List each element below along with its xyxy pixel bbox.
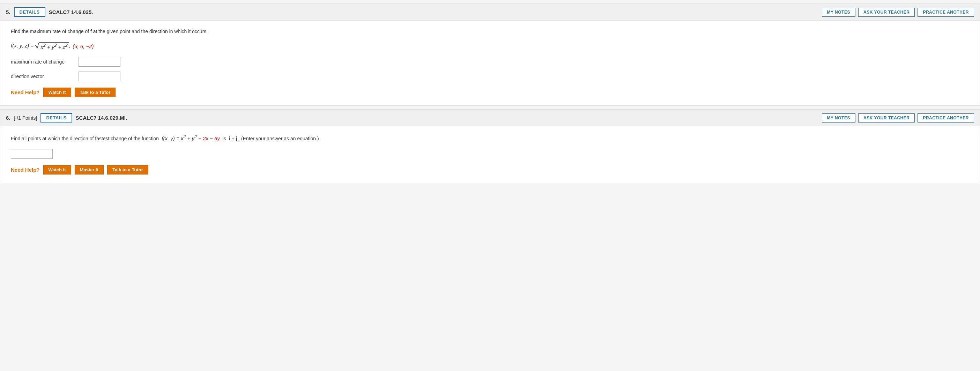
q5-max-rate-input[interactable] xyxy=(78,57,120,67)
q5-formula: f(x, y, z) = √x2 + y2 + z2 , xyxy=(11,41,70,51)
question-6-body: Find all points at which the direction o… xyxy=(0,126,980,183)
q6-my-notes-button[interactable]: MY NOTES xyxy=(822,113,855,123)
q5-code: SCALC7 14.6.025. xyxy=(49,9,93,15)
q5-details-button[interactable]: DETAILS xyxy=(14,7,45,17)
q5-formula-block: f(x, y, z) = √x2 + y2 + z2 , (3, 6, −2) xyxy=(11,41,969,51)
question-5-block: 5. [-/1 Points] [-/1 Points] DETAILS SCA… xyxy=(0,3,980,106)
q6-points-text: [-/1 Points] xyxy=(14,115,37,121)
q5-problem-text: Find the maximum rate of change of f at … xyxy=(11,27,969,35)
q6-header-actions: MY NOTES ASK YOUR TEACHER PRACTICE ANOTH… xyxy=(822,113,974,123)
q6-need-help-row: Need Help? Watch It Master It Talk to a … xyxy=(11,165,969,175)
q6-answer-input[interactable] xyxy=(11,149,53,159)
q5-direction-input[interactable] xyxy=(78,72,120,81)
q5-my-notes-button[interactable]: MY NOTES xyxy=(822,8,855,17)
question-6-block: 6. [-/1 Points] DETAILS SCALC7 14.6.029.… xyxy=(0,109,980,183)
q6-master-it-button[interactable]: Master It xyxy=(75,165,103,175)
q6-code: SCALC7 14.6.029.MI. xyxy=(76,115,127,121)
q5-need-help-label: Need Help? xyxy=(11,89,40,95)
q5-watch-it-button[interactable]: Watch It xyxy=(43,88,71,97)
q6-practice-another-button[interactable]: PRACTICE ANOTHER xyxy=(918,113,974,123)
q5-direction-label: direction vector xyxy=(11,74,74,79)
question-5-number: 5. [-/1 Points] xyxy=(6,9,11,15)
q5-direction-row: direction vector xyxy=(11,72,969,81)
q5-practice-another-button[interactable]: PRACTICE ANOTHER xyxy=(918,8,974,17)
q6-problem-text: Find all points at which the direction o… xyxy=(11,133,969,143)
q6-talk-tutor-button[interactable]: Talk to a Tutor xyxy=(107,165,148,175)
q6-need-help-label: Need Help? xyxy=(11,167,40,173)
q5-point: (3, 6, −2) xyxy=(73,43,94,49)
question-6-header: 6. [-/1 Points] DETAILS SCALC7 14.6.029.… xyxy=(0,110,980,126)
q6-problem-text2: is i + j. (Enter your answer as an equat… xyxy=(221,136,319,141)
q6-formula: f(x, y) = x2 + y2 − 2x − 6y xyxy=(160,135,221,141)
q5-header-actions: MY NOTES ASK YOUR TEACHER PRACTICE ANOTH… xyxy=(822,8,974,17)
question-6-number-label: 6. xyxy=(6,115,11,121)
q5-need-help-row: Need Help? Watch It Talk to a Tutor xyxy=(11,88,969,97)
question-5-body: Find the maximum rate of change of f at … xyxy=(0,21,980,105)
q6-watch-it-button[interactable]: Watch It xyxy=(43,165,71,175)
q5-talk-tutor-button[interactable]: Talk to a Tutor xyxy=(75,88,116,97)
q5-max-rate-row: maximum rate of change xyxy=(11,57,969,67)
q5-ask-teacher-button[interactable]: ASK YOUR TEACHER xyxy=(858,8,915,17)
q5-max-rate-label: maximum rate of change xyxy=(11,59,74,65)
question-5-header: 5. [-/1 Points] [-/1 Points] DETAILS SCA… xyxy=(0,4,980,21)
q6-ask-teacher-button[interactable]: ASK YOUR TEACHER xyxy=(858,113,915,123)
q6-details-button[interactable]: DETAILS xyxy=(40,113,72,123)
